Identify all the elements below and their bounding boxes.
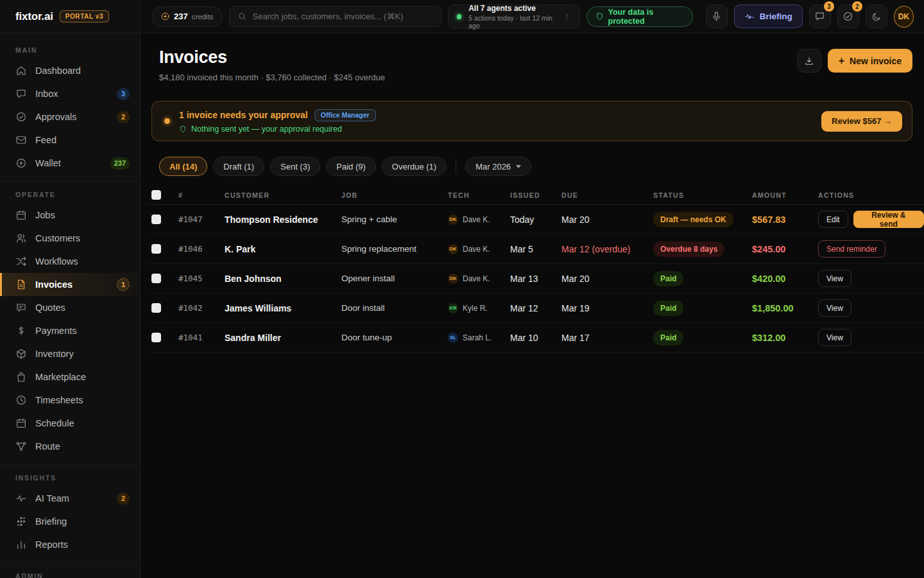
sidebar-item-wallet[interactable]: Wallet237 xyxy=(0,152,140,175)
bar-chart-icon xyxy=(15,539,27,550)
sidebar-section-operate: OPERATEJobsCustomersWorkflowsInvoices1Qu… xyxy=(0,182,140,465)
tech-name: Dave K. xyxy=(463,245,490,254)
app-logo: fixtor.ai xyxy=(15,10,53,23)
send-reminder-button[interactable]: Send reminder xyxy=(818,240,886,258)
mic-button[interactable] xyxy=(706,4,728,28)
sidebar-item-timesheets[interactable]: Timesheets xyxy=(0,389,140,412)
sidebar-item-dashboard[interactable]: Dashboard xyxy=(0,59,140,82)
sidebar-item-feed[interactable]: Feed xyxy=(0,128,140,152)
column-header: ISSUED xyxy=(505,191,556,199)
sidebar-item-label: Route xyxy=(35,441,60,451)
select-all-checkbox[interactable] xyxy=(151,190,161,200)
sidebar-item-payments[interactable]: Payments xyxy=(0,319,140,342)
row-checkbox[interactable] xyxy=(151,274,161,283)
sidebar-item-label: Invoices xyxy=(35,279,73,290)
customer-name: Thompson Residence xyxy=(219,215,336,225)
tech-avatar: DK xyxy=(448,244,458,254)
search-icon xyxy=(237,12,247,21)
status-badge: Paid xyxy=(653,301,683,316)
export-button[interactable] xyxy=(798,49,821,73)
column-header: STATUS xyxy=(648,191,747,199)
tech-avatar: KR xyxy=(448,303,458,313)
row-checkbox[interactable] xyxy=(151,303,161,313)
row-checkbox[interactable] xyxy=(151,215,161,224)
edit-button[interactable]: Edit xyxy=(818,211,848,228)
sidebar-item-label: Inbox xyxy=(35,89,58,99)
sidebar-item-briefing[interactable]: Briefing xyxy=(0,510,140,533)
sidebar-item-label: Marketplace xyxy=(35,372,86,382)
row-actions: EditReview & send xyxy=(813,211,924,228)
sidebar-item-schedule[interactable]: Schedule xyxy=(0,412,140,435)
sidebar-item-workflows[interactable]: Workflows xyxy=(0,250,140,273)
row-checkbox[interactable] xyxy=(151,333,161,342)
issued-date: Mar 5 xyxy=(505,244,556,254)
users-icon xyxy=(15,232,27,244)
filter-chip-draft-1[interactable]: Draft (1) xyxy=(213,157,264,176)
chips-divider xyxy=(456,159,456,173)
data-protected-badge: Your data is protected xyxy=(586,6,693,27)
check-circle-icon xyxy=(15,111,27,123)
tech-cell: DKDave K. xyxy=(443,274,505,284)
briefing-button[interactable]: Briefing xyxy=(734,4,803,28)
agents-status-widget[interactable]: All 7 agents active 5 actions today · la… xyxy=(448,4,580,29)
dark-mode-toggle[interactable] xyxy=(866,4,887,28)
sidebar-item-quotes[interactable]: Quotes xyxy=(0,296,140,319)
user-avatar[interactable]: DK xyxy=(894,6,914,28)
approval-banner-note: Nothing sent yet — your approval require… xyxy=(191,125,342,134)
credits-pill[interactable]: 237 credits xyxy=(151,6,223,27)
sidebar-item-badge: 3 xyxy=(117,88,130,100)
row-checkbox[interactable] xyxy=(151,244,161,254)
view-button[interactable]: View xyxy=(818,299,851,317)
issued-date: Mar 12 xyxy=(505,303,556,313)
sidebar-item-route[interactable]: Route xyxy=(0,435,140,458)
period-dropdown[interactable]: Mar 2026 xyxy=(465,157,531,176)
sidebar-item-invoices[interactable]: Invoices1 xyxy=(0,273,140,296)
column-header: # xyxy=(173,191,219,199)
invoice-number: #1042 xyxy=(173,303,219,313)
chat-icon xyxy=(15,88,27,100)
sidebar-item-customers[interactable]: Customers xyxy=(0,227,140,250)
filter-chip-paid-9[interactable]: Paid (9) xyxy=(326,157,376,176)
plus-circle-icon xyxy=(160,12,170,21)
waveform-icon xyxy=(744,12,755,22)
invoice-amount: $312.00 xyxy=(747,333,813,343)
sidebar-item-approvals[interactable]: Approvals2 xyxy=(0,105,140,128)
app-window: fixtor.ai PORTAL v3 237 credits All 7 ag… xyxy=(0,0,924,578)
invoice-amount: $567.83 xyxy=(747,215,813,225)
view-button[interactable]: View xyxy=(818,329,851,346)
tech-avatar: DK xyxy=(448,215,458,225)
tech-name: Dave K. xyxy=(463,215,490,224)
view-button[interactable]: View xyxy=(818,270,851,287)
column-header: AMOUNT xyxy=(747,191,813,199)
invoice-number: #1046 xyxy=(173,244,219,254)
sidebar-item-label: Quotes xyxy=(35,302,65,313)
sidebar-item-jobs[interactable]: Jobs xyxy=(0,204,140,227)
filter-chip-all-14[interactable]: All (14) xyxy=(159,157,207,176)
sidebar-item-label: Briefing xyxy=(35,516,67,527)
approvals-badge: 2 xyxy=(852,1,862,12)
invoice-amount: $1,850.00 xyxy=(747,303,813,313)
approvals-button[interactable]: 2 xyxy=(837,4,859,28)
search-input[interactable] xyxy=(253,12,433,21)
invoice-number: #1045 xyxy=(173,274,219,283)
sidebar-item-inventory[interactable]: Inventory xyxy=(0,342,140,365)
filter-chip-sent-3[interactable]: Sent (3) xyxy=(270,157,320,176)
messages-button[interactable]: 3 xyxy=(809,4,831,28)
sidebar-item-reports[interactable]: Reports xyxy=(0,533,140,556)
job-name: Door tune-up xyxy=(336,333,443,342)
review-button[interactable]: Review $567 → xyxy=(821,111,902,132)
sidebar-item-marketplace[interactable]: Marketplace xyxy=(0,365,140,389)
table-row: #1047Thompson ResidenceSpring + cableDKD… xyxy=(146,205,924,234)
sidebar-item-inbox[interactable]: Inbox3 xyxy=(0,82,140,105)
customer-name: K. Park xyxy=(219,244,336,254)
messages-badge: 3 xyxy=(824,1,834,12)
sidebar-item-label: Reports xyxy=(35,539,68,550)
sidebar-item-ai-team[interactable]: AI Team2 xyxy=(0,487,140,510)
filter-chip-overdue-1[interactable]: Overdue (1) xyxy=(382,157,447,176)
new-invoice-button[interactable]: + New invoice xyxy=(828,49,912,73)
sidebar-item-label: Customers xyxy=(35,233,80,243)
customer-name: Sandra Miller xyxy=(219,333,336,343)
review-send-button[interactable]: Review & send xyxy=(853,211,924,228)
due-date: Mar 12 (overdue) xyxy=(556,244,648,254)
issued-date: Today xyxy=(505,215,556,225)
